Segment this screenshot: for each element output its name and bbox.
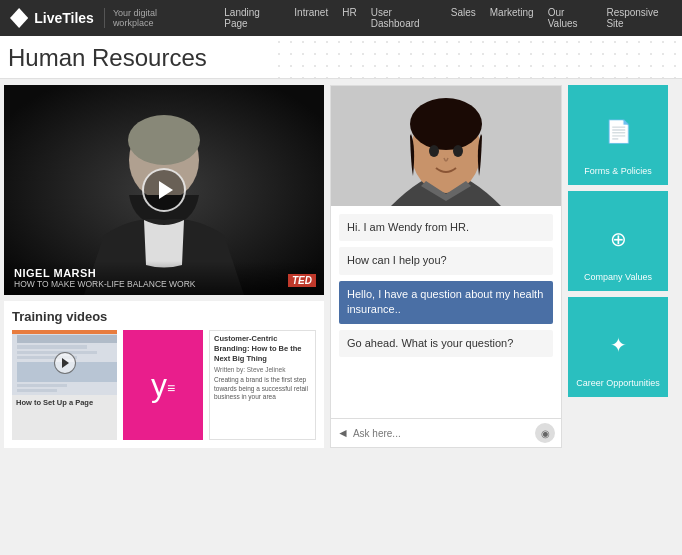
svg-point-2 <box>128 115 200 165</box>
ted-badge: TED <box>288 274 316 287</box>
forms-icon: 📄 <box>605 119 632 145</box>
training-play-icon <box>62 358 69 368</box>
forms-tile-label: Forms & Policies <box>584 166 652 177</box>
chat-messages: Hi. I am Wendy from HR. How can I help y… <box>331 206 561 418</box>
training-card-1[interactable]: How to Set Up a Page <box>12 330 117 440</box>
chat-avatar-area <box>331 86 561 206</box>
training-card-1-content: How to Set Up a Page <box>12 330 117 440</box>
yammer-logo: y≡ <box>151 367 175 404</box>
chat-msg-1: Hi. I am Wendy from HR. <box>339 214 553 241</box>
training-grid: How to Set Up a Page y≡ Customer-Centric… <box>12 330 316 440</box>
training-card-yammer[interactable]: y≡ <box>123 330 203 440</box>
video-speaker-subtitle: HOW TO MAKE WORK-LIFE BALANCE WORK <box>14 279 314 289</box>
values-tile-label: Company Values <box>584 272 652 283</box>
app-header: LiveTiles Your digital workplace Landing… <box>0 0 682 36</box>
chat-send-button[interactable]: ◉ <box>535 423 555 443</box>
play-button[interactable] <box>142 168 186 212</box>
logo-text: LiveTiles <box>34 10 94 26</box>
chat-msg-4: Go ahead. What is your question? <box>339 330 553 357</box>
training-section: Training videos <box>4 301 324 448</box>
video-caption: NIGEL MARSH HOW TO MAKE WORK-LIFE BALANC… <box>4 261 324 295</box>
nav-hr[interactable]: HR <box>342 7 356 29</box>
training-card-2-content: Customer-Centric Branding: How to Be the… <box>210 331 315 439</box>
svg-rect-10 <box>17 389 57 392</box>
svg-point-15 <box>429 145 439 157</box>
svg-rect-9 <box>17 384 67 387</box>
play-icon <box>159 181 173 199</box>
svg-rect-5 <box>17 345 87 349</box>
video-section[interactable]: NIGEL MARSH HOW TO MAKE WORK-LIFE BALANC… <box>4 85 324 295</box>
training-card-1-title: How to Set Up a Page <box>12 395 117 411</box>
svg-rect-4 <box>17 335 117 343</box>
main-content: NIGEL MARSH HOW TO MAKE WORK-LIFE BALANC… <box>0 79 682 454</box>
page-title-wrapper: Human Resources <box>0 36 682 79</box>
forms-policies-tile[interactable]: 📄 Forms & Policies <box>568 85 668 185</box>
training-title: Training videos <box>12 309 316 324</box>
training-card-1-inner <box>12 330 117 395</box>
training-card-2-body: Creating a brand is the first step towar… <box>210 373 315 404</box>
nav-our-values[interactable]: Our Values <box>548 7 593 29</box>
nav-landing-page[interactable]: Landing Page <box>224 7 280 29</box>
career-tile-label: Career Opportunities <box>576 378 660 389</box>
avatar-svg <box>331 86 561 206</box>
tagline: Your digital workplace <box>104 8 192 28</box>
training-card-2[interactable]: Customer-Centric Branding: How to Be the… <box>209 330 316 440</box>
svg-point-16 <box>453 145 463 157</box>
video-speaker-name: NIGEL MARSH <box>14 267 314 279</box>
chat-msg-2: How can I help you? <box>339 247 553 274</box>
company-values-tile[interactable]: ⊕ Company Values <box>568 191 668 291</box>
svg-rect-11 <box>12 330 117 334</box>
career-opportunities-tile[interactable]: ✦ Career Opportunities <box>568 297 668 397</box>
chat-arrow-icon: ◄ <box>337 426 349 440</box>
training-play-button[interactable] <box>54 352 76 374</box>
training-card-2-title: Customer-Centric Branding: How to Be the… <box>210 331 315 366</box>
nav-responsive-site[interactable]: Responsive Site <box>606 7 672 29</box>
dot-grid-decoration <box>273 36 682 78</box>
nav-user-dashboard[interactable]: User Dashboard <box>371 7 437 29</box>
logo-area: LiveTiles Your digital workplace <box>10 8 192 28</box>
nav-sales[interactable]: Sales <box>451 7 476 29</box>
chat-input[interactable] <box>353 428 531 439</box>
training-card-2-author: Written by: Steve Jelinek <box>210 366 315 373</box>
main-nav: Landing Page Intranet HR User Dashboard … <box>224 7 672 29</box>
right-column: 📄 Forms & Policies ⊕ Company Values ✦ Ca… <box>568 85 668 448</box>
page-title: Human Resources <box>8 44 207 72</box>
chat-msg-3: Hello, I have a question about my health… <box>339 281 553 324</box>
nav-intranet[interactable]: Intranet <box>294 7 328 29</box>
values-icon: ⊕ <box>610 227 627 251</box>
logo-icon <box>10 8 28 28</box>
career-icon: ✦ <box>610 333 627 357</box>
nav-marketing[interactable]: Marketing <box>490 7 534 29</box>
svg-point-14 <box>410 98 482 150</box>
chat-column: Hi. I am Wendy from HR. How can I help y… <box>330 85 562 448</box>
chat-input-area[interactable]: ◄ ◉ <box>331 418 561 447</box>
training-card-1-image <box>12 330 117 395</box>
left-column: NIGEL MARSH HOW TO MAKE WORK-LIFE BALANC… <box>4 85 324 448</box>
